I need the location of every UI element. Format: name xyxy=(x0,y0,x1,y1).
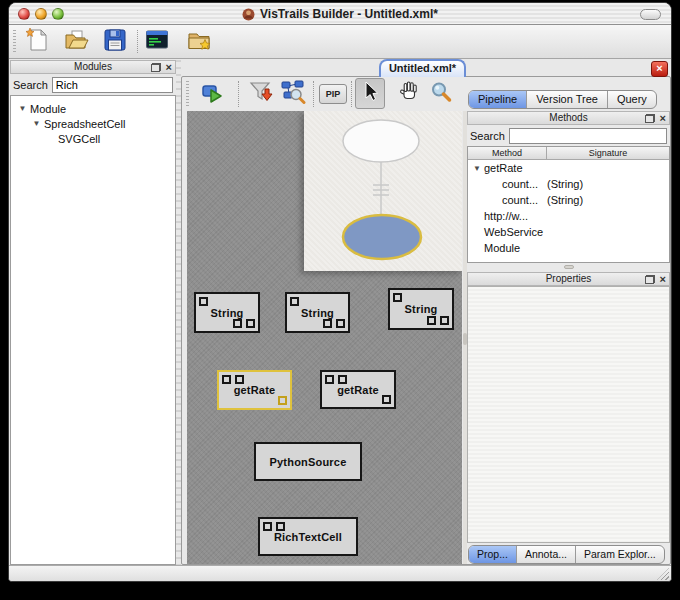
method-name: Module xyxy=(484,242,520,254)
disclosure-triangle-icon[interactable]: ▼ xyxy=(15,104,30,113)
search-label: Search xyxy=(470,130,505,142)
modules-search-input[interactable] xyxy=(52,77,173,93)
output-port[interactable] xyxy=(233,319,242,328)
pipeline-module-string[interactable]: String xyxy=(194,292,260,333)
bookmarks-button[interactable] xyxy=(185,28,213,56)
open-file-button[interactable] xyxy=(63,28,91,56)
query-pipeline-button[interactable] xyxy=(278,78,308,109)
zoom-tool-button[interactable] xyxy=(426,78,456,109)
visual-query-filter-button[interactable] xyxy=(246,78,276,109)
modules-tree[interactable]: ▼Module▼SpreadsheetCellSVGCell xyxy=(10,95,176,565)
tab-param-explor[interactable]: Param Explor... xyxy=(576,546,664,563)
output-port[interactable] xyxy=(382,395,391,404)
hand-icon xyxy=(396,79,422,109)
document-tab[interactable]: Untitled.xml* xyxy=(379,59,466,77)
methods-panel-header[interactable]: Methods × xyxy=(467,111,670,125)
title-bar[interactable]: VisTrails Builder - Untitled.xml* xyxy=(9,3,671,25)
float-panel-icon[interactable] xyxy=(645,114,655,123)
method-name: http://w... xyxy=(484,210,528,222)
app-window: VisTrails Builder - Untitled.xml* xyxy=(8,2,672,582)
module-tree-item-svgcell[interactable]: SVGCell xyxy=(11,131,175,146)
methods-table[interactable]: Method Signature ▼getRatecount...(String… xyxy=(467,146,670,263)
methods-table-header: Method Signature xyxy=(468,147,669,160)
close-panel-icon[interactable]: × xyxy=(660,114,666,123)
column-header-method[interactable]: Method xyxy=(468,147,547,159)
disclosure-triangle-icon[interactable]: ▼ xyxy=(470,164,484,173)
version-tree-pip[interactable] xyxy=(304,111,462,271)
close-window-button[interactable] xyxy=(18,8,30,20)
zoom-window-button[interactable] xyxy=(52,8,64,20)
input-port[interactable] xyxy=(393,293,402,302)
pipeline-module-getrate[interactable]: getRate xyxy=(320,370,396,409)
module-tree-item-module[interactable]: ▼Module xyxy=(11,101,175,116)
pipeline-module-string[interactable]: String xyxy=(285,292,350,333)
close-panel-icon[interactable]: × xyxy=(166,63,172,72)
module-tree-label: SpreadsheetCell xyxy=(44,118,125,130)
methods-search-input[interactable] xyxy=(509,128,667,144)
pan-tool-button[interactable] xyxy=(394,78,424,109)
module-label: getRate xyxy=(322,384,394,396)
console-button[interactable] xyxy=(143,28,171,56)
tab-version-tree[interactable]: Version Tree xyxy=(527,91,608,108)
method-row-count[interactable]: count...(String) xyxy=(468,192,669,208)
tab-pipeline[interactable]: Pipeline xyxy=(469,91,527,108)
tab-prop[interactable]: Prop... xyxy=(469,546,517,563)
toolbar-separator xyxy=(137,30,138,53)
folder-star-icon xyxy=(185,26,213,58)
close-panel-icon[interactable]: × xyxy=(660,275,666,284)
method-name: WebService xyxy=(484,226,543,238)
input-port[interactable] xyxy=(235,375,244,384)
new-file-button[interactable] xyxy=(23,28,51,56)
pipeline-module-string[interactable]: String xyxy=(388,288,454,330)
tab-query[interactable]: Query xyxy=(608,91,656,108)
input-port[interactable] xyxy=(199,297,208,306)
tab-annota[interactable]: Annota... xyxy=(517,546,576,563)
method-row-http-w[interactable]: http://w... xyxy=(468,208,669,224)
method-row-webservice[interactable]: WebService xyxy=(468,224,669,240)
pipeline-module-pythonsource[interactable]: PythonSource xyxy=(254,442,362,481)
resize-grip[interactable] xyxy=(657,568,669,580)
output-port[interactable] xyxy=(278,396,287,405)
save-floppy-icon xyxy=(101,26,129,58)
output-port[interactable] xyxy=(440,316,449,325)
disclosure-triangle-icon[interactable]: ▼ xyxy=(29,119,44,128)
save-file-button[interactable] xyxy=(101,28,129,56)
method-row-module[interactable]: Module xyxy=(468,240,669,256)
properties-panel-body xyxy=(467,286,670,543)
select-tool-button[interactable] xyxy=(355,78,385,109)
search-label: Search xyxy=(13,79,48,91)
module-tree-item-spreadsheetcell[interactable]: ▼SpreadsheetCell xyxy=(11,116,175,131)
module-label: RichTextCell xyxy=(260,531,356,543)
toolbar-separator xyxy=(313,81,314,107)
output-port[interactable] xyxy=(336,319,345,328)
input-port[interactable] xyxy=(222,375,231,384)
input-port[interactable] xyxy=(290,297,299,306)
status-bar xyxy=(9,565,671,582)
methods-properties-splitter[interactable] xyxy=(467,263,670,272)
close-tab-button[interactable]: × xyxy=(651,61,668,77)
column-header-signature[interactable]: Signature xyxy=(547,147,669,159)
output-port[interactable] xyxy=(323,319,332,328)
splitter-grab-handle[interactable] xyxy=(564,265,574,269)
module-label: String xyxy=(196,307,258,319)
pipeline-toolbar-drag-handle[interactable] xyxy=(186,81,189,107)
execute-pipeline-button[interactable] xyxy=(198,78,228,109)
minimize-window-button[interactable] xyxy=(35,8,47,20)
pipeline-module-richtextcell[interactable]: RichTextCell xyxy=(258,517,358,556)
method-row-getrate[interactable]: ▼getRate xyxy=(468,160,669,176)
float-panel-icon[interactable] xyxy=(151,63,161,72)
method-row-count[interactable]: count...(String) xyxy=(468,176,669,192)
properties-panel-header[interactable]: Properties × xyxy=(467,272,670,286)
toolbar-toggle-capsule[interactable] xyxy=(640,9,661,20)
modules-panel-header[interactable]: Modules × xyxy=(10,60,176,74)
output-port[interactable] xyxy=(427,316,436,325)
toolbar-drag-handle[interactable] xyxy=(13,30,16,53)
pip-toggle-button[interactable]: PIP xyxy=(319,84,347,104)
cursor-arrow-icon xyxy=(357,79,383,109)
float-panel-icon[interactable] xyxy=(645,275,655,284)
pipeline-canvas[interactable]: StringStringStringgetRategetRatePythonSo… xyxy=(187,111,462,564)
pipeline-module-getrate[interactable]: getRate xyxy=(217,370,292,410)
console-icon xyxy=(143,26,171,58)
version-node-current xyxy=(343,215,421,259)
output-port[interactable] xyxy=(246,319,255,328)
